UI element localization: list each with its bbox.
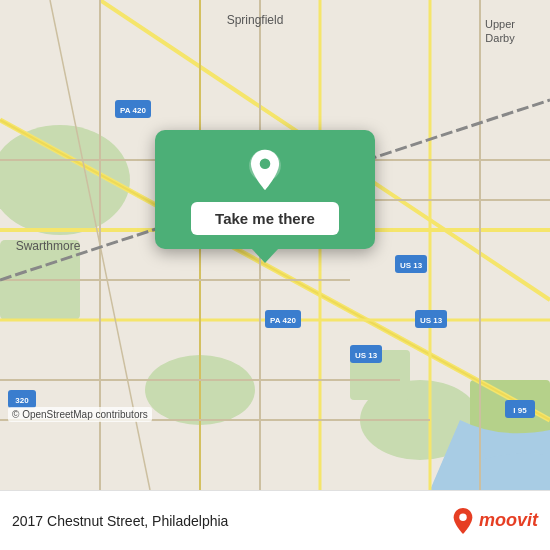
popup-card: Take me there xyxy=(155,130,375,249)
svg-text:PA 420: PA 420 xyxy=(270,316,296,325)
svg-text:PA 420: PA 420 xyxy=(120,106,146,115)
map-container: PA 420 PA 420 PA 420 US 13 US 13 US 13 I… xyxy=(0,0,550,490)
svg-text:320: 320 xyxy=(15,396,29,405)
svg-text:US 13: US 13 xyxy=(420,316,443,325)
svg-text:I 95: I 95 xyxy=(513,406,527,415)
svg-text:Swarthmore: Swarthmore xyxy=(16,239,81,253)
osm-credit: © OpenStreetMap contributors xyxy=(8,407,152,422)
take-me-there-button[interactable]: Take me there xyxy=(191,202,339,235)
address-label: 2017 Chestnut Street, Philadelphia xyxy=(12,513,443,529)
svg-point-46 xyxy=(260,159,271,170)
svg-point-47 xyxy=(459,513,466,520)
moovit-brand-text: moovit xyxy=(479,510,538,531)
bottom-bar: 2017 Chestnut Street, Philadelphia moovi… xyxy=(0,490,550,550)
svg-text:US 13: US 13 xyxy=(355,351,378,360)
svg-text:Springfield: Springfield xyxy=(227,13,284,27)
svg-text:Darby: Darby xyxy=(485,32,515,44)
svg-text:US 13: US 13 xyxy=(400,261,423,270)
svg-text:Upper: Upper xyxy=(485,18,515,30)
moovit-pin-icon xyxy=(451,507,475,535)
location-pin-icon xyxy=(243,148,287,192)
moovit-logo: moovit xyxy=(451,507,538,535)
